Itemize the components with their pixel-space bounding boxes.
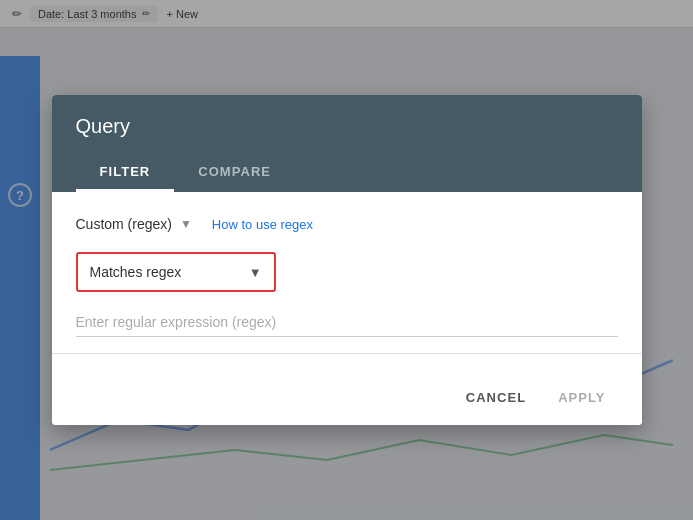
filter-type-select[interactable]: Custom (regex) ▼	[76, 216, 192, 232]
tab-compare[interactable]: COMPARE	[174, 154, 295, 192]
regex-input-container	[76, 308, 618, 337]
matches-select[interactable]: Matches regex ▼	[76, 252, 276, 292]
filter-type-label: Custom (regex)	[76, 216, 172, 232]
tab-filter[interactable]: FILTER	[76, 154, 175, 192]
dialog-divider	[52, 353, 642, 354]
cancel-button[interactable]: CANCEL	[454, 382, 538, 413]
filter-type-row: Custom (regex) ▼ How to use regex	[76, 216, 618, 232]
regex-input[interactable]	[76, 308, 618, 337]
dialog-tabs: FILTER COMPARE	[76, 154, 618, 192]
matches-dropdown-icon: ▼	[249, 265, 262, 280]
dialog-header: Query FILTER COMPARE	[52, 95, 642, 192]
filter-type-arrow-icon: ▼	[180, 217, 192, 231]
apply-button[interactable]: APPLY	[546, 382, 617, 413]
modal-backdrop: Query FILTER COMPARE Custom (regex) ▼ Ho…	[0, 0, 693, 520]
query-dialog: Query FILTER COMPARE Custom (regex) ▼ Ho…	[52, 95, 642, 425]
matches-select-label: Matches regex	[90, 264, 241, 280]
dialog-title: Query	[76, 115, 618, 138]
how-to-regex-link[interactable]: How to use regex	[212, 217, 313, 232]
dialog-footer: CANCEL APPLY	[52, 370, 642, 425]
dialog-body: Custom (regex) ▼ How to use regex Matche…	[52, 192, 642, 370]
